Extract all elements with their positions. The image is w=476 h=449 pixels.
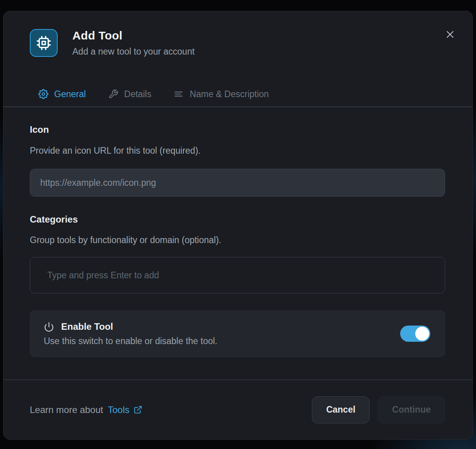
text-lines-icon — [174, 89, 184, 99]
tab-bar: General Details Name & Description — [3, 87, 473, 101]
tab-details-label: Details — [124, 87, 151, 101]
enable-tool-description: Use this switch to enable or disable the… — [44, 336, 217, 346]
icon-section-heading: Icon — [30, 124, 445, 135]
tab-name-description-label: Name & Description — [190, 87, 269, 101]
tools-link[interactable]: Tools — [108, 404, 142, 415]
categories-input[interactable] — [30, 257, 445, 293]
icon-section-description: Provide an icon URL for this tool (requi… — [30, 145, 445, 156]
wrench-icon — [108, 89, 118, 99]
tab-name-description[interactable]: Name & Description — [174, 87, 269, 101]
modal-body: Icon Provide an icon URL for this tool (… — [3, 107, 473, 357]
continue-button[interactable]: Continue — [378, 396, 445, 423]
add-tool-modal: Add Tool Add a new tool to your account … — [3, 11, 473, 440]
tab-details[interactable]: Details — [108, 87, 151, 101]
tab-general[interactable]: General — [38, 87, 86, 101]
modal-header: Add Tool Add a new tool to your account — [3, 29, 473, 57]
close-button[interactable] — [442, 27, 458, 42]
icon-url-input[interactable] — [30, 169, 445, 197]
external-link-icon — [134, 405, 142, 414]
cpu-icon — [36, 35, 51, 51]
modal-footer: Learn more about Tools Cancel Continue — [3, 380, 473, 439]
enable-tool-panel: Enable Tool Use this switch to enable or… — [30, 310, 445, 357]
modal-title: Add Tool — [72, 29, 195, 43]
enable-tool-text: Enable Tool Use this switch to enable or… — [44, 321, 217, 346]
close-icon — [445, 29, 455, 39]
enable-tool-toggle[interactable] — [400, 326, 430, 342]
categories-section-description: Group tools by functionality or domain (… — [30, 235, 445, 245]
modal-subtitle: Add a new tool to your account — [72, 46, 195, 57]
page-backdrop: Add Tool Add a new tool to your account … — [0, 0, 476, 449]
tab-general-label: General — [54, 87, 86, 101]
gear-icon — [38, 89, 48, 99]
power-icon — [44, 322, 54, 332]
tools-link-label: Tools — [108, 404, 129, 415]
tool-badge — [30, 29, 58, 57]
categories-section-heading: Categories — [30, 214, 445, 225]
footer-buttons: Cancel Continue — [312, 396, 445, 423]
enable-tool-heading: Enable Tool — [61, 321, 113, 332]
toggle-knob — [415, 327, 429, 341]
modal-titles: Add Tool Add a new tool to your account — [72, 29, 195, 57]
learn-more: Learn more about Tools — [30, 404, 142, 415]
learn-more-text: Learn more about — [30, 404, 103, 415]
cancel-button[interactable]: Cancel — [312, 396, 370, 423]
